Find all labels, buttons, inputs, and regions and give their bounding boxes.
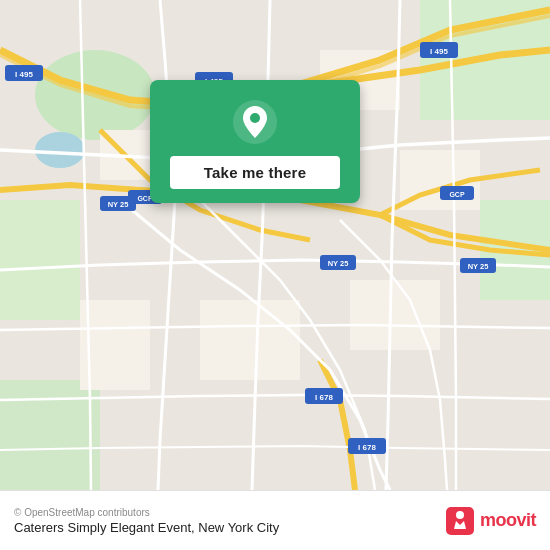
svg-point-34 xyxy=(250,113,260,123)
bottom-bar: © OpenStreetMap contributors Caterers Si… xyxy=(0,490,550,550)
take-me-there-button[interactable]: Take me there xyxy=(170,156,340,189)
svg-text:I 678: I 678 xyxy=(315,393,333,402)
map-container: I 495 I 495 I 495 NY 25 NY 25 NY 25 GCP … xyxy=(0,0,550,490)
svg-text:NY 25: NY 25 xyxy=(468,262,489,271)
moovit-icon xyxy=(446,507,474,535)
location-name: Caterers Simply Elegant Event, New York … xyxy=(14,520,279,535)
svg-text:I 495: I 495 xyxy=(15,70,33,79)
svg-text:NY 25: NY 25 xyxy=(328,259,349,268)
moovit-logo: moovit xyxy=(446,507,536,535)
location-pin-icon xyxy=(231,98,279,146)
svg-text:I 495: I 495 xyxy=(430,47,448,56)
bottom-info: © OpenStreetMap contributors Caterers Si… xyxy=(14,507,279,535)
svg-point-6 xyxy=(35,132,85,168)
svg-point-36 xyxy=(456,511,464,519)
moovit-brand-text: moovit xyxy=(480,510,536,531)
svg-rect-3 xyxy=(0,200,80,320)
map-background: I 495 I 495 I 495 NY 25 NY 25 NY 25 GCP … xyxy=(0,0,550,490)
svg-text:I 678: I 678 xyxy=(358,443,376,452)
svg-rect-4 xyxy=(0,380,100,490)
copyright-text: © OpenStreetMap contributors xyxy=(14,507,279,518)
svg-text:GCP: GCP xyxy=(449,191,465,198)
svg-text:NY 25: NY 25 xyxy=(108,200,129,209)
location-card: Take me there xyxy=(150,80,360,203)
svg-rect-9 xyxy=(200,300,300,380)
